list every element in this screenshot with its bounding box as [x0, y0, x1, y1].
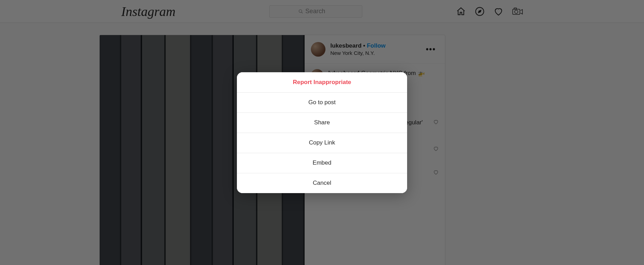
- sheet-copy-link[interactable]: Copy Link: [237, 133, 407, 153]
- options-sheet: Report Inappropriate Go to post Share Co…: [237, 72, 407, 193]
- modal-scrim[interactable]: Report Inappropriate Go to post Share Co…: [0, 0, 644, 265]
- sheet-cancel[interactable]: Cancel: [237, 173, 407, 193]
- sheet-report-inappropriate[interactable]: Report Inappropriate: [237, 72, 407, 92]
- sheet-share[interactable]: Share: [237, 113, 407, 133]
- sheet-embed[interactable]: Embed: [237, 153, 407, 173]
- sheet-go-to-post[interactable]: Go to post: [237, 92, 407, 113]
